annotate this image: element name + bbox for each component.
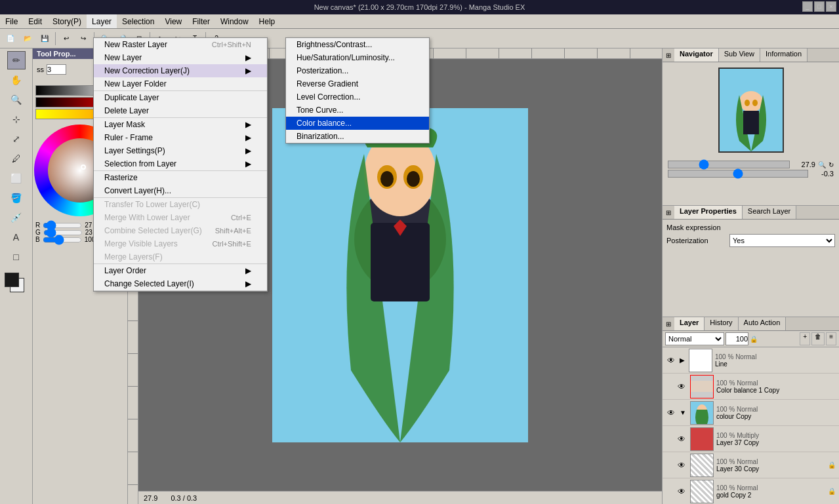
- tool-shape[interactable]: □: [7, 248, 26, 266]
- toolbar-redo[interactable]: ↪: [75, 31, 91, 47]
- menu-file[interactable]: File: [0, 14, 23, 28]
- rot-slider[interactable]: [668, 170, 808, 178]
- menu-tone-curve[interactable]: Tone Curve...: [286, 104, 429, 117]
- tab-history[interactable]: History: [705, 317, 738, 330]
- tab-layer[interactable]: Layer: [674, 317, 705, 330]
- rot-slider-row: -0.3: [668, 170, 834, 178]
- close-button[interactable]: ×: [826, 1, 836, 12]
- menu-merge-layers[interactable]: Merge Layers(F): [94, 250, 267, 263]
- blend-mode-select[interactable]: Normal Multiply Screen Overlay: [665, 332, 724, 345]
- g-label: G: [35, 229, 41, 236]
- layer-options-button[interactable]: ≡: [826, 332, 836, 345]
- layer-thumb-colorbalance: [690, 375, 714, 398]
- menu-change-selected-layer[interactable]: Change Selected Layer(I) ▶: [94, 277, 267, 290]
- menu-hue-saturation[interactable]: Hue/Saturation/Luminosity...: [286, 51, 429, 64]
- menu-convert-layer[interactable]: Convert Layer(H)...: [94, 184, 267, 197]
- layer-row-layer37[interactable]: 👁 100 % Multiply Layer 37 Copy: [663, 426, 839, 452]
- tool-transform[interactable]: ⤢: [7, 130, 26, 148]
- fg-color-swatch[interactable]: [5, 273, 19, 287]
- color-fg-bg[interactable]: [5, 273, 28, 296]
- posterization-select[interactable]: Yes No: [729, 234, 835, 247]
- tool-brush[interactable]: ✏: [7, 51, 26, 69]
- menu-merge-lower[interactable]: Merge With Lower Layer Ctrl+E: [94, 211, 267, 224]
- layer-visibility-colour[interactable]: 👁: [665, 407, 677, 419]
- layer-visibility-line[interactable]: 👁: [665, 355, 677, 366]
- b-slider[interactable]: [43, 237, 82, 243]
- menu-selection-from-layer[interactable]: Selection from Layer ▶: [94, 157, 267, 170]
- zoom-slider[interactable]: [668, 161, 790, 168]
- tool-fill[interactable]: 🪣: [7, 189, 26, 207]
- lp-panel-icon[interactable]: ⊞: [663, 206, 674, 219]
- layer-row-layer30[interactable]: 👁 100 % Normal Layer 30 Copy 🔒: [663, 452, 839, 478]
- b-label: B: [35, 236, 40, 243]
- menu-window[interactable]: Window: [215, 14, 254, 28]
- nav-panel-icon[interactable]: ⊞: [663, 48, 674, 62]
- toolbar-save[interactable]: 💾: [37, 31, 52, 47]
- layer-row-line[interactable]: 👁 ▶ 100 % Normal Line: [663, 347, 839, 374]
- menu-new-layer-folder[interactable]: New Layer Folder: [94, 77, 267, 90]
- layer-row-colour[interactable]: 👁 ▼ 100 % Normal colour Copy: [663, 400, 839, 426]
- layer-visibility-layer30[interactable]: 👁: [676, 459, 687, 471]
- menu-new-layer[interactable]: New Layer ▶: [94, 51, 267, 64]
- menu-view[interactable]: View: [159, 14, 187, 28]
- menu-reverse-gradient[interactable]: Reverse Gradient: [286, 77, 429, 90]
- menu-rasterize[interactable]: Rasterize: [94, 171, 267, 184]
- tool-text[interactable]: A: [7, 228, 26, 246]
- menu-posterization[interactable]: Posterization...: [286, 64, 429, 77]
- menu-layer-settings[interactable]: Layer Settings(P) ▶: [94, 144, 267, 157]
- menu-ruler-frame[interactable]: Ruler - Frame ▶: [94, 131, 267, 144]
- folder-arrow-colour[interactable]: ▼: [680, 409, 686, 416]
- menu-new-correction-layer[interactable]: New Correction Layer(J) ▶: [94, 64, 267, 77]
- toolbar-new[interactable]: 📄: [3, 31, 18, 47]
- tab-information[interactable]: Information: [760, 48, 808, 62]
- tool-hand[interactable]: ✋: [7, 71, 26, 89]
- menu-transfer-lower[interactable]: Transfer To Lower Layer(C): [94, 198, 267, 211]
- canvas-image[interactable]: [272, 108, 528, 442]
- minimize-button[interactable]: _: [802, 1, 813, 12]
- layer-row-gold[interactable]: 👁 100 % Normal gold Copy 2 🔒: [663, 478, 839, 504]
- menu-new-raster-layer[interactable]: New Raster Layer Ctrl+Shift+N: [94, 38, 267, 51]
- opacity-input[interactable]: [726, 332, 748, 345]
- add-layer-button[interactable]: +: [800, 332, 810, 345]
- menu-help[interactable]: Help: [254, 14, 281, 28]
- toolbar-undo[interactable]: ↩: [58, 31, 74, 47]
- menu-story[interactable]: Story(P): [47, 14, 87, 28]
- tab-subview[interactable]: Sub View: [719, 48, 760, 62]
- tab-layer-properties[interactable]: Layer Properties: [674, 206, 743, 219]
- menu-duplicate-layer[interactable]: Duplicate Layer: [94, 91, 267, 104]
- layer-visibility-layer37[interactable]: 👁: [676, 433, 687, 445]
- menu-brightness-contrast[interactable]: Brightness/Contrast...: [286, 38, 429, 51]
- window-controls: _ □ ×: [802, 1, 836, 12]
- menu-selection[interactable]: Selection: [117, 14, 159, 28]
- menu-level-correction[interactable]: Level Correction...: [286, 90, 429, 104]
- tool-pen[interactable]: 🖊: [7, 149, 26, 168]
- delete-layer-button[interactable]: 🗑: [811, 332, 825, 345]
- tab-navigator[interactable]: Navigator: [674, 48, 719, 62]
- layer-properties-panel: ⊞ Layer Properties Search Layer Mask exp…: [663, 206, 839, 317]
- menu-delete-layer[interactable]: Delete Layer: [94, 104, 267, 117]
- menu-filter[interactable]: Filter: [187, 14, 215, 28]
- folder-arrow-line[interactable]: ▶: [680, 357, 685, 364]
- menu-layer-mask[interactable]: Layer Mask ▶: [94, 118, 267, 131]
- layer-visibility-gold[interactable]: 👁: [676, 486, 687, 497]
- tool-select[interactable]: ⊹: [7, 110, 26, 128]
- tab-search-layer[interactable]: Search Layer: [743, 206, 796, 219]
- layer-visibility-colorbalance[interactable]: 👁: [676, 381, 687, 393]
- ss-input[interactable]: [47, 64, 66, 75]
- tool-zoom[interactable]: 🔍: [7, 90, 26, 109]
- menu-merge-visible[interactable]: Merge Visible Layers Ctrl+Shift+E: [94, 237, 267, 250]
- layers-panel-icon[interactable]: ⊞: [663, 317, 674, 330]
- tab-auto-action[interactable]: Auto Action: [739, 317, 787, 330]
- arrow-correction: ▶: [245, 66, 251, 75]
- menu-combine-selected[interactable]: Combine Selected Layer(G) Shift+Alt+E: [94, 224, 267, 237]
- tool-eraser[interactable]: ⬜: [7, 169, 26, 187]
- menu-edit[interactable]: Edit: [23, 14, 47, 28]
- menu-binarization[interactable]: Binarization...: [286, 130, 429, 143]
- toolbar-open[interactable]: 📂: [20, 31, 35, 47]
- tool-eyedrop[interactable]: 💉: [7, 208, 26, 227]
- maximize-button[interactable]: □: [814, 1, 825, 12]
- layer-row-colorbalance[interactable]: 👁 100 % Normal Color balance 1 Copy: [663, 374, 839, 400]
- menu-color-balance[interactable]: Color balance...: [286, 117, 429, 130]
- menu-layer[interactable]: Layer: [87, 14, 117, 28]
- menu-layer-order[interactable]: Layer Order ▶: [94, 264, 267, 277]
